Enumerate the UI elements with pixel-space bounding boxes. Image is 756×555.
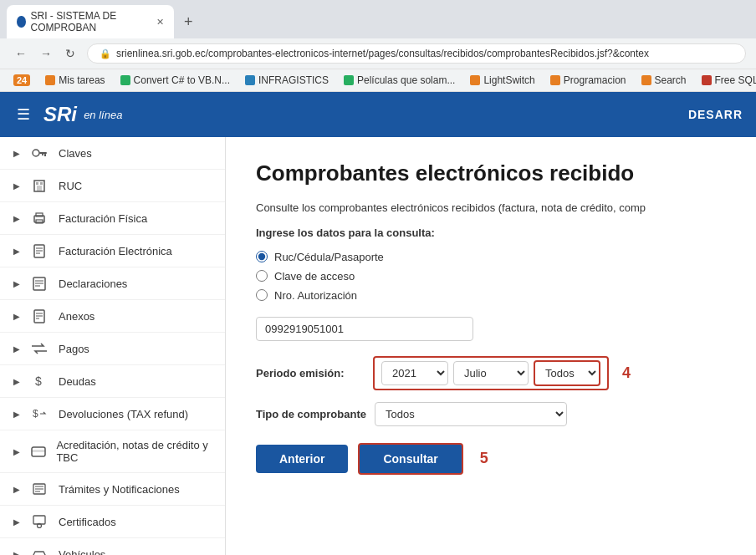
content-area: Comprobantes electrónicos recibido Consu…: [226, 137, 756, 555]
nav-buttons: ← → ↻: [10, 43, 80, 64]
key-icon: [30, 145, 49, 160]
bookmark-24[interactable]: 24: [10, 73, 33, 88]
tipo-row: Tipo de comprobante Todos Factura Nota d…: [256, 402, 726, 426]
sidebar-item-ruc[interactable]: ▶ RUC: [0, 170, 225, 202]
sidebar-item-declaraciones[interactable]: ▶ Declaraciones: [0, 267, 225, 300]
doc-icon: [30, 276, 49, 291]
sidebar-item-label: Certificados: [59, 516, 116, 528]
exchange-icon: [30, 341, 49, 356]
annotation-5: 5: [480, 450, 488, 467]
bookmark-lightswitch[interactable]: LightSwitch: [467, 73, 538, 88]
bookmark-search[interactable]: Search: [638, 73, 690, 88]
tab-close-btn[interactable]: ✕: [156, 17, 164, 28]
credit-icon: [30, 444, 46, 459]
address-bar: ← → ↻ 🔒 srienlinea.sri.gob.ec/comprobant…: [0, 38, 756, 69]
sidebar-item-label: RUC: [59, 180, 82, 192]
periodo-selects-group: 2021 2020 2019 Julio EneroFebreroMarzo A…: [373, 356, 609, 390]
cert-icon: [30, 514, 49, 529]
bookmark-infragistics[interactable]: INFRAGISTICS: [242, 73, 332, 88]
active-tab[interactable]: SRI - SISTEMA DE COMPROBAN ✕: [7, 5, 174, 38]
bookmark-convert[interactable]: Convert C# to VB.N...: [117, 73, 233, 88]
tipo-select[interactable]: Todos Factura Nota de Crédito Nota de Dé…: [375, 402, 567, 426]
sidebar-item-certificados[interactable]: ▶ Certificados: [0, 506, 225, 538]
bookmark-favicon-search: [641, 75, 651, 85]
chevron-right-icon: ▶: [13, 517, 20, 527]
bookmark-peliculas[interactable]: Películas que solam...: [340, 73, 458, 88]
sidebar-item-facturacion-fisica[interactable]: ▶ Facturación Física: [0, 202, 225, 235]
refresh-button[interactable]: ↻: [60, 43, 80, 64]
radio-ruc-input[interactable]: [256, 251, 268, 262]
svg-rect-3: [42, 154, 43, 155]
bookmark-label: Search: [655, 74, 687, 86]
todos-select[interactable]: Todos Emitidos Recibidos: [534, 360, 600, 386]
sidebar-item-deudas[interactable]: ▶ $ Deudas: [0, 365, 225, 398]
forward-button[interactable]: →: [35, 43, 57, 64]
bookmark-label: Programacion: [564, 74, 626, 86]
sri-logo-sub: en línea: [84, 109, 122, 121]
url-text: srienlinea.sri.gob.ec/comprobantes-elect…: [116, 48, 649, 59]
bookmark-favicon-prog: [550, 75, 560, 85]
radio-autorizacion-input[interactable]: [256, 289, 268, 301]
radio-clave-label: Clave de acceso: [274, 270, 355, 283]
chevron-right-icon: ▶: [13, 410, 20, 419]
new-tab-button[interactable]: +: [177, 10, 200, 34]
sidebar-item-vehiculos[interactable]: ▶ Vehículos: [0, 538, 225, 555]
annotation-4: 4: [622, 364, 631, 382]
radio-autorizacion[interactable]: Nro. Autorización: [256, 289, 726, 302]
svg-rect-2: [44, 154, 46, 156]
sidebar-item-label: Trámites y Notificaciones: [59, 483, 180, 496]
bookmark-programacion[interactable]: Programacion: [547, 73, 630, 88]
sidebar-item-label: Vehículos: [59, 548, 105, 556]
sidebar-item-label: Devoluciones (TAX refund): [59, 408, 188, 420]
sidebar-item-anexos[interactable]: ▶ Anexos: [0, 300, 225, 333]
consultar-button[interactable]: Consultar: [358, 443, 462, 475]
file-icon: [30, 243, 49, 258]
tipo-label: Tipo de comprobante: [256, 408, 366, 420]
sidebar-item-label: Pagos: [59, 343, 89, 355]
car-icon: [30, 547, 49, 555]
sidebar-item-facturacion-electronica[interactable]: ▶ Facturación Electrónica: [0, 235, 225, 267]
svg-point-0: [33, 150, 39, 156]
ruc-input[interactable]: [256, 317, 473, 341]
sidebar-item-pagos[interactable]: ▶ Pagos: [0, 333, 225, 365]
page-subtitle: Consulte los comprobantes electrónicos r…: [256, 200, 726, 216]
bookmark-icon-24: 24: [13, 74, 30, 86]
sidebar-item-tramites[interactable]: ▶ Trámites y Notificaciones: [0, 473, 225, 506]
bookmark-freesql[interactable]: Free SQL: [698, 73, 756, 88]
bookmark-label: Convert C# to VB.N...: [134, 74, 230, 86]
bookmark-favicon-infra: [245, 75, 255, 85]
url-bar[interactable]: 🔒 srienlinea.sri.gob.ec/comprobantes-ele…: [87, 43, 746, 64]
header-right: DESARR: [688, 108, 743, 121]
radio-clave-input[interactable]: [256, 270, 268, 282]
hamburger-button[interactable]: ☰: [13, 102, 33, 127]
chevron-right-icon: ▶: [13, 181, 20, 191]
bookmark-mis-tareas[interactable]: Mis tareas: [42, 73, 108, 88]
svg-text:$: $: [33, 408, 38, 420]
year-select[interactable]: 2021 2020 2019: [381, 361, 448, 385]
tab-title: SRI - SISTEMA DE COMPROBAN: [31, 10, 147, 33]
bookmark-favicon-mis-tareas: [45, 75, 55, 85]
chevron-right-icon: ▶: [13, 214, 20, 223]
month-select[interactable]: Julio EneroFebreroMarzo AbrilMayoJunio A…: [453, 361, 529, 385]
printer-icon: [30, 211, 49, 226]
svg-text:$: $: [35, 374, 42, 388]
bookmark-label: Películas que solam...: [357, 74, 455, 86]
svg-rect-1: [39, 152, 47, 154]
chevron-right-icon: ▶: [13, 149, 20, 158]
radio-clave[interactable]: Clave de acceso: [256, 270, 726, 283]
radio-ruc[interactable]: Ruc/Cédula/Pasaporte: [256, 251, 726, 263]
sidebar-item-label: Claves: [59, 147, 92, 160]
back-button[interactable]: ←: [10, 43, 32, 64]
sidebar-item-claves[interactable]: ▶ Claves: [0, 137, 225, 170]
sidebar-item-label: Declaraciones: [59, 278, 127, 290]
bookmark-favicon-sql: [702, 75, 712, 85]
building-icon: [30, 178, 49, 193]
sidebar-item-devoluciones[interactable]: ▶ $ Devoluciones (TAX refund): [0, 398, 225, 430]
sidebar: ▶ Claves ▶ RUC ▶ Facturación Fí: [0, 137, 226, 555]
anterior-button[interactable]: Anterior: [256, 445, 348, 473]
dollar-arrow-icon: $: [30, 406, 49, 421]
sidebar-item-label: Acreditación, notas de crédito y TBC: [56, 439, 212, 464]
page-title: Comprobantes electrónicos recibido: [256, 160, 726, 186]
sidebar-item-acreditacion[interactable]: ▶ Acreditación, notas de crédito y TBC: [0, 430, 225, 473]
chevron-right-icon: ▶: [13, 279, 20, 288]
